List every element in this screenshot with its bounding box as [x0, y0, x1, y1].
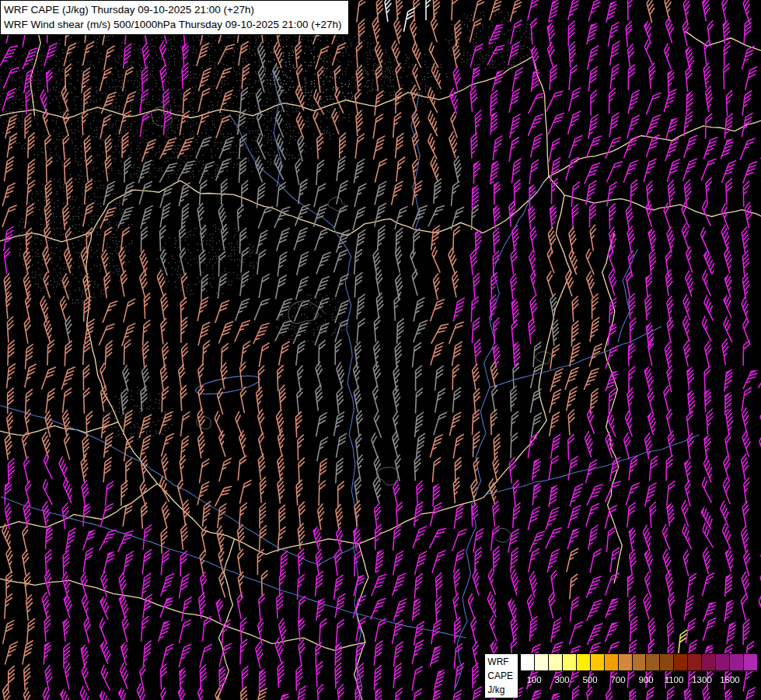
legend-colorbar — [520, 653, 758, 671]
legend-tick-label: 1500 — [720, 675, 740, 684]
legend-title: WRF CAPE J/kg — [484, 653, 518, 698]
legend-color-cell — [549, 654, 563, 670]
legend-color-cell — [633, 654, 647, 670]
legend-color-cell — [660, 654, 674, 670]
legend-title-line3: J/kg — [487, 683, 513, 697]
map-title-box: WRF CAPE (J/kg) Thursday 09-10-2025 21:0… — [0, 0, 349, 35]
legend-color-cell — [716, 654, 730, 670]
legend-color-cell — [563, 654, 577, 670]
legend-color-cell — [674, 654, 688, 670]
legend-colorbar-area: 100300500700900110013001500 — [520, 653, 758, 698]
legend-color-cell — [591, 654, 605, 670]
legend-color-cell — [577, 654, 591, 670]
legend-color-cell — [688, 654, 702, 670]
legend: WRF CAPE J/kg 10030050070090011001300150… — [484, 653, 758, 698]
map-title-line2: WRF Wind shear (m/s) 500/1000hPa Thursda… — [4, 17, 342, 32]
legend-tick-label: 700 — [610, 675, 625, 684]
weather-map: WRF CAPE (J/kg) Thursday 09-10-2025 21:0… — [0, 0, 761, 700]
legend-tick-label: 900 — [638, 675, 653, 684]
legend-tick-label: 300 — [554, 675, 569, 684]
legend-color-cell — [535, 654, 549, 670]
legend-color-cell — [730, 654, 744, 670]
legend-title-line1: WRF — [487, 655, 513, 669]
legend-color-cell — [702, 654, 716, 670]
wind-barb-map-canvas — [0, 0, 761, 700]
legend-color-cell — [744, 654, 757, 670]
legend-tick-label: 1300 — [692, 675, 712, 684]
legend-tick-label: 100 — [526, 675, 541, 684]
legend-color-cell — [646, 654, 660, 670]
legend-tick-label: 500 — [582, 675, 597, 684]
legend-tick-label: 1100 — [665, 675, 684, 684]
legend-tick-labels: 100300500700900110013001500 — [520, 675, 758, 688]
legend-title-line2: CAPE — [487, 669, 513, 683]
map-title-line1: WRF CAPE (J/kg) Thursday 09-10-2025 21:0… — [4, 2, 342, 17]
legend-color-cell — [521, 654, 535, 670]
legend-color-cell — [619, 654, 633, 670]
legend-color-cell — [605, 654, 619, 670]
